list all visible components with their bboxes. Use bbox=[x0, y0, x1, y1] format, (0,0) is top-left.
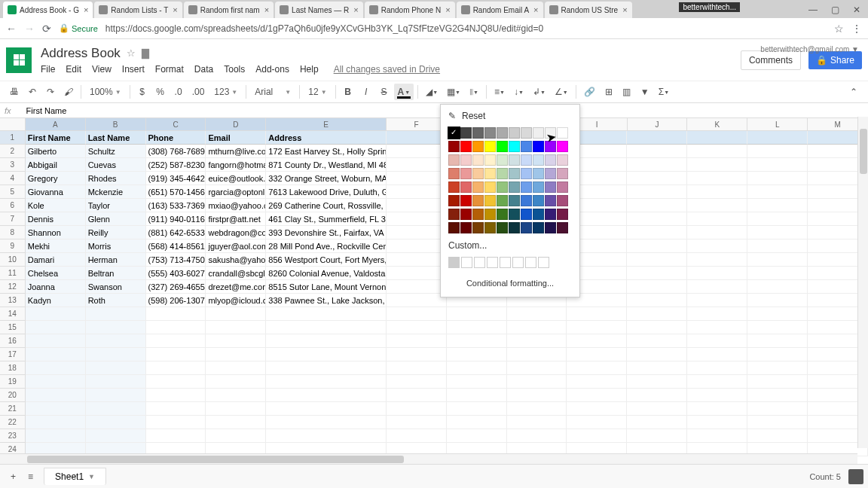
fill-color-icon[interactable]: ◢▼ bbox=[422, 84, 442, 100]
browser-menu-icon[interactable]: ⋮ bbox=[851, 23, 862, 35]
column-header[interactable]: K bbox=[687, 118, 747, 131]
row-header[interactable]: 3 bbox=[0, 158, 26, 172]
header-cell[interactable]: Phone bbox=[146, 131, 206, 145]
cell[interactable] bbox=[627, 321, 687, 334]
cell[interactable] bbox=[687, 145, 747, 158]
row-header[interactable]: 8 bbox=[0, 226, 26, 239]
cell[interactable]: 7613 Lakewood Drive, Duluth, GA 30096 bbox=[266, 185, 386, 199]
cell[interactable] bbox=[567, 402, 627, 416]
color-swatch[interactable] bbox=[545, 222, 556, 233]
row-header[interactable]: 5 bbox=[0, 185, 26, 199]
color-swatch[interactable] bbox=[533, 209, 544, 220]
undo-icon[interactable]: ↶ bbox=[24, 84, 41, 100]
cell[interactable] bbox=[387, 321, 447, 334]
color-swatch[interactable] bbox=[497, 181, 508, 193]
cell[interactable]: Cuevas bbox=[86, 158, 146, 172]
color-swatch[interactable] bbox=[533, 181, 544, 193]
color-swatch[interactable] bbox=[472, 127, 484, 139]
conditional-formatting-button[interactable]: Conditional formatting... bbox=[441, 273, 579, 294]
column-header[interactable]: L bbox=[747, 118, 808, 131]
column-header[interactable]: C bbox=[146, 118, 206, 131]
reload-icon[interactable]: ⟳ bbox=[42, 23, 51, 35]
cell[interactable] bbox=[206, 361, 266, 375]
more-formats-select[interactable]: 123▼ bbox=[209, 84, 242, 99]
maximize-icon[interactable]: ▢ bbox=[831, 5, 839, 15]
row-header[interactable]: 16 bbox=[0, 334, 26, 348]
browser-tab[interactable]: Random Email A× bbox=[457, 2, 543, 18]
cell[interactable] bbox=[206, 321, 266, 334]
cell[interactable] bbox=[206, 416, 266, 429]
cell[interactable] bbox=[747, 361, 808, 375]
color-swatch[interactable] bbox=[497, 127, 508, 139]
color-swatch[interactable] bbox=[557, 181, 568, 193]
color-swatch[interactable] bbox=[448, 141, 460, 152]
browser-tab[interactable]: Random US Stre× bbox=[545, 2, 632, 18]
cell[interactable] bbox=[206, 348, 266, 361]
cell[interactable]: Abbigail bbox=[26, 158, 86, 172]
cell[interactable] bbox=[687, 416, 747, 429]
cell[interactable]: 8515 Sutor Lane, Mount Vernon, NY 10550 bbox=[266, 280, 386, 294]
cell[interactable] bbox=[447, 334, 507, 348]
color-swatch[interactable] bbox=[545, 209, 556, 220]
cell[interactable]: Giovanna bbox=[26, 185, 86, 199]
color-swatch[interactable] bbox=[533, 168, 544, 179]
cell[interactable] bbox=[747, 307, 808, 321]
cell[interactable] bbox=[687, 185, 747, 199]
cell[interactable]: Reilly bbox=[86, 226, 146, 239]
color-swatch[interactable] bbox=[509, 127, 520, 139]
italic-icon[interactable]: I bbox=[358, 84, 374, 100]
color-swatch[interactable] bbox=[533, 195, 544, 206]
formula-bar[interactable]: fx First Name bbox=[0, 103, 868, 118]
cell[interactable] bbox=[747, 294, 808, 307]
row-header[interactable]: 15 bbox=[0, 321, 26, 334]
cell[interactable] bbox=[26, 375, 86, 389]
move-folder-icon[interactable]: ▇ bbox=[142, 47, 149, 59]
cell[interactable] bbox=[26, 348, 86, 361]
cell[interactable]: 8260 Colonial Avenue, Valdosta, GA 31601 bbox=[266, 267, 386, 280]
cell[interactable] bbox=[387, 145, 447, 158]
row-header[interactable]: 17 bbox=[0, 348, 26, 361]
cell[interactable]: Joanna bbox=[26, 280, 86, 294]
color-swatch[interactable] bbox=[460, 154, 472, 166]
color-swatch[interactable] bbox=[484, 154, 496, 166]
cell[interactable] bbox=[387, 375, 447, 389]
cell[interactable] bbox=[627, 429, 687, 443]
color-swatch[interactable] bbox=[521, 181, 532, 193]
cell[interactable]: sakusha@yahoo bbox=[206, 253, 266, 267]
menu-item[interactable]: Help bbox=[300, 64, 319, 75]
color-swatch[interactable] bbox=[448, 154, 460, 166]
cell[interactable] bbox=[86, 402, 146, 416]
zoom-select[interactable]: 100%▼ bbox=[85, 84, 126, 99]
column-header[interactable]: A bbox=[26, 118, 86, 131]
cell[interactable] bbox=[26, 416, 86, 429]
menu-item[interactable]: Insert bbox=[122, 64, 145, 75]
cell[interactable]: euice@outlook.c bbox=[206, 172, 266, 185]
cell[interactable] bbox=[86, 334, 146, 348]
cell[interactable]: (753) 713-4750 bbox=[146, 253, 206, 267]
color-swatch[interactable] bbox=[509, 181, 520, 193]
close-tab-icon[interactable]: × bbox=[622, 5, 627, 14]
cell[interactable] bbox=[86, 361, 146, 375]
menu-item[interactable]: Edit bbox=[66, 64, 81, 75]
color-swatch[interactable] bbox=[448, 195, 460, 206]
cell[interactable]: Mekhi bbox=[26, 239, 86, 253]
cell[interactable] bbox=[206, 389, 266, 402]
recent-color-swatch[interactable] bbox=[512, 257, 524, 268]
cell[interactable] bbox=[387, 280, 447, 294]
cell[interactable] bbox=[507, 389, 567, 402]
color-swatch[interactable] bbox=[460, 181, 472, 193]
menu-item[interactable]: View bbox=[92, 64, 112, 75]
cell[interactable] bbox=[687, 239, 747, 253]
cell[interactable] bbox=[627, 145, 687, 158]
cell[interactable] bbox=[146, 361, 206, 375]
row-header[interactable]: 11 bbox=[0, 267, 26, 280]
color-swatch[interactable] bbox=[557, 195, 568, 206]
cell[interactable] bbox=[266, 375, 386, 389]
cell[interactable]: Damari bbox=[26, 253, 86, 267]
color-swatch[interactable] bbox=[497, 195, 508, 206]
cell[interactable] bbox=[206, 334, 266, 348]
cell[interactable] bbox=[447, 348, 507, 361]
cell[interactable] bbox=[146, 307, 206, 321]
horizontal-scrollbar[interactable] bbox=[0, 453, 857, 464]
insert-chart-icon[interactable]: ▥ bbox=[619, 84, 635, 100]
